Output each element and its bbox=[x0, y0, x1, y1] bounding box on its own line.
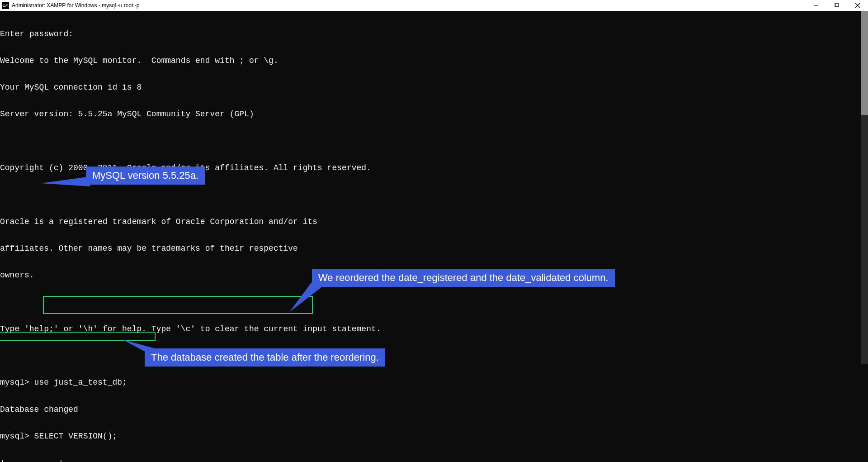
cmd-icon: C:\\ bbox=[2, 2, 9, 9]
terminal-line bbox=[0, 137, 868, 146]
terminal-area[interactable]: Enter password: Welcome to the MySQL mon… bbox=[0, 11, 868, 462]
reorder-highlight bbox=[43, 296, 313, 314]
callout-created: The database created the table after the… bbox=[145, 348, 385, 367]
window-controls bbox=[806, 0, 868, 11]
terminal-line: Oracle is a registered trademark of Orac… bbox=[0, 218, 868, 227]
minimize-button[interactable] bbox=[806, 0, 826, 11]
callout-tail-icon bbox=[41, 176, 90, 190]
terminal-line: Database changed bbox=[0, 405, 868, 414]
window-title: Administrator: XAMPP for Windows - mysql… bbox=[12, 2, 806, 9]
terminal-line bbox=[0, 191, 868, 200]
window-titlebar: C:\\ Administrator: XAMPP for Windows - … bbox=[0, 0, 868, 11]
terminal-line: Enter password: bbox=[0, 30, 868, 39]
terminal-line: +-----------+ bbox=[0, 459, 868, 462]
svg-rect-1 bbox=[835, 3, 838, 7]
terminal-line: Server version: 5.5.25a MySQL Community … bbox=[0, 110, 868, 119]
close-button[interactable] bbox=[847, 0, 868, 11]
terminal-line: Your MySQL connection id is 8 bbox=[0, 83, 868, 92]
terminal-line: affiliates. Other names may be trademark… bbox=[0, 244, 868, 253]
terminal-line: mysql> SELECT VERSION(); bbox=[0, 432, 868, 441]
callout-version: MySQL version 5.5.25a. bbox=[86, 167, 205, 185]
terminal-line: Welcome to the MySQL monitor. Commands e… bbox=[0, 57, 868, 66]
svg-rect-2 bbox=[835, 3, 839, 7]
terminal-line: mysql> use just_a_test_db; bbox=[0, 378, 868, 387]
callout-reorder: We reordered the date_registered and the… bbox=[312, 269, 615, 287]
maximize-button[interactable] bbox=[826, 0, 847, 11]
scrollbar-track[interactable] bbox=[861, 11, 868, 364]
svg-marker-5 bbox=[41, 176, 90, 186]
scrollbar-thumb[interactable] bbox=[861, 11, 868, 115]
